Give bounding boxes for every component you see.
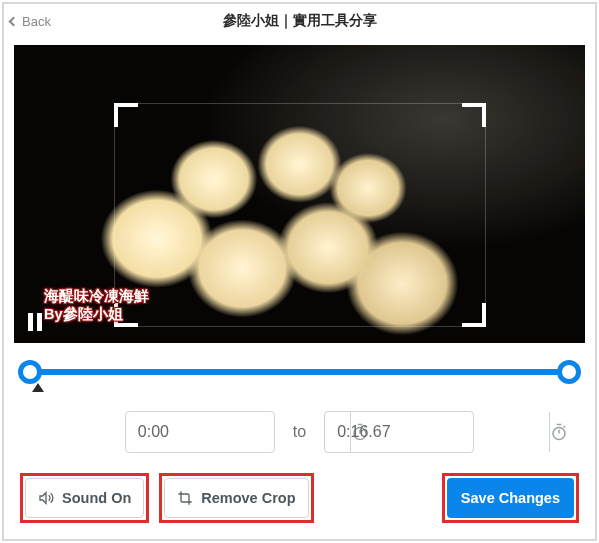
crop-icon [177, 490, 193, 506]
highlight-box: Sound On [20, 473, 149, 523]
remove-crop-label: Remove Crop [201, 490, 295, 506]
stopwatch-icon[interactable] [549, 412, 568, 452]
sound-on-icon [38, 490, 54, 506]
back-button[interactable]: Back [10, 14, 51, 29]
end-time-box [324, 411, 474, 453]
trim-controls: to [4, 343, 595, 453]
chevron-left-icon [9, 16, 19, 26]
start-time-input[interactable] [126, 412, 350, 452]
trim-slider[interactable] [22, 363, 577, 393]
header-bar: Back 參陸小姐｜實用工具分享 [4, 4, 595, 39]
end-time-input[interactable] [325, 412, 549, 452]
video-preview[interactable]: 海醍味冷凍海鮮 By參陸小姐 [14, 45, 585, 343]
crop-handle-bottom-right[interactable] [462, 303, 486, 327]
time-separator-label: to [293, 423, 306, 441]
video-watermark-text: 海醍味冷凍海鮮 By參陸小姐 [44, 287, 149, 323]
start-time-box [125, 411, 275, 453]
back-label: Back [22, 14, 51, 29]
crop-handle-top-right[interactable] [462, 103, 486, 127]
save-changes-button[interactable]: Save Changes [447, 478, 574, 518]
slider-track [28, 369, 571, 375]
page-title: 參陸小姐｜實用工具分享 [10, 12, 589, 30]
trim-handle-end[interactable] [557, 360, 581, 384]
crop-region[interactable] [114, 103, 486, 327]
editor-window: Back 參陸小姐｜實用工具分享 海醍味冷凍海鮮 By參陸小姐 [2, 2, 597, 541]
crop-handle-top-left[interactable] [114, 103, 138, 127]
bottom-toolbar: Sound On Remove Crop Save Changes [4, 453, 595, 539]
trim-handle-start[interactable] [18, 360, 42, 384]
playhead-indicator[interactable] [32, 383, 44, 392]
time-inputs: to [22, 411, 577, 453]
pause-button[interactable] [28, 313, 46, 331]
pause-icon [28, 313, 33, 331]
remove-crop-button[interactable]: Remove Crop [164, 478, 308, 518]
sound-label: Sound On [62, 490, 131, 506]
sound-toggle-button[interactable]: Sound On [25, 478, 144, 518]
svg-line-7 [564, 426, 566, 428]
save-label: Save Changes [461, 490, 560, 506]
highlight-box: Save Changes [442, 473, 579, 523]
svg-marker-8 [40, 493, 46, 504]
highlight-box: Remove Crop [159, 473, 313, 523]
